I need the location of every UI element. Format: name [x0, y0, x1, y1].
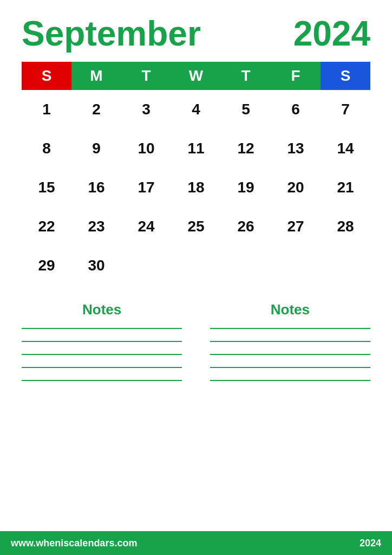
- notes-line-8: [210, 354, 370, 355]
- calendar-day: 11: [171, 129, 221, 168]
- notes-line-7: [210, 341, 370, 342]
- calendar-day: 24: [121, 207, 171, 246]
- calendar-day: 17: [121, 168, 171, 207]
- calendar-day: [321, 246, 370, 285]
- notes-right-column: Notes: [210, 301, 370, 522]
- calendar-day: 14: [321, 129, 370, 168]
- calendar-day: 12: [221, 129, 271, 168]
- calendar-day: 6: [271, 90, 321, 129]
- calendar-day: 26: [221, 207, 271, 246]
- calendar-day: [271, 246, 321, 285]
- calendar-day: 18: [171, 168, 221, 207]
- weekday-header-wednesday: W: [171, 62, 221, 90]
- page: September 2024 S M T W T F S 12345678910…: [0, 0, 392, 555]
- calendar-day: 22: [22, 207, 71, 246]
- calendar-day: 2: [71, 90, 121, 129]
- notes-line-1: [22, 328, 182, 329]
- calendar-day: 23: [71, 207, 121, 246]
- notes-line-9: [210, 367, 370, 368]
- calendar-day: [121, 246, 171, 285]
- notes-left-column: Notes: [22, 301, 182, 522]
- notes-line-4: [22, 367, 182, 368]
- calendar-day: 13: [271, 129, 321, 168]
- weekday-header-thursday: T: [221, 62, 271, 90]
- calendar-day: 19: [221, 168, 271, 207]
- footer-url: www.wheniscalendars.com: [11, 538, 137, 549]
- calendar-day: 27: [271, 207, 321, 246]
- calendar-day: 4: [171, 90, 221, 129]
- calendar-day: 20: [271, 168, 321, 207]
- calendar-day: 1: [22, 90, 71, 129]
- calendar-day: 10: [121, 129, 171, 168]
- calendar-table: S M T W T F S 12345678910111213141516171…: [22, 62, 370, 285]
- calendar-day: 25: [171, 207, 221, 246]
- calendar-day: 16: [71, 168, 121, 207]
- weekday-header-monday: M: [71, 62, 121, 90]
- notes-line-6: [210, 328, 370, 329]
- weekday-header-saturday: S: [321, 62, 370, 90]
- calendar-day: 8: [22, 129, 71, 168]
- calendar-day: 3: [121, 90, 171, 129]
- weekday-header-sunday: S: [22, 62, 71, 90]
- notes-section: Notes Notes: [22, 301, 370, 555]
- calendar-day: [221, 246, 271, 285]
- header: September 2024: [22, 16, 370, 51]
- notes-right-title: Notes: [210, 301, 370, 318]
- weekday-header-tuesday: T: [121, 62, 171, 90]
- notes-line-2: [22, 341, 182, 342]
- weekday-header-friday: F: [271, 62, 321, 90]
- calendar-day: 5: [221, 90, 271, 129]
- calendar-day: 28: [321, 207, 370, 246]
- notes-line-5: [22, 380, 182, 381]
- footer-year: 2024: [360, 538, 381, 549]
- calendar-day: 30: [71, 246, 121, 285]
- calendar-day: 29: [22, 246, 71, 285]
- calendar-day: 21: [321, 168, 370, 207]
- calendar-day: 15: [22, 168, 71, 207]
- calendar-day: 9: [71, 129, 121, 168]
- notes-left-title: Notes: [22, 301, 182, 318]
- year-title: 2024: [293, 16, 370, 51]
- footer: www.wheniscalendars.com 2024: [0, 531, 392, 555]
- calendar-day: 7: [321, 90, 370, 129]
- calendar-day: [171, 246, 221, 285]
- notes-line-3: [22, 354, 182, 355]
- month-title: September: [22, 16, 201, 51]
- notes-line-10: [210, 380, 370, 381]
